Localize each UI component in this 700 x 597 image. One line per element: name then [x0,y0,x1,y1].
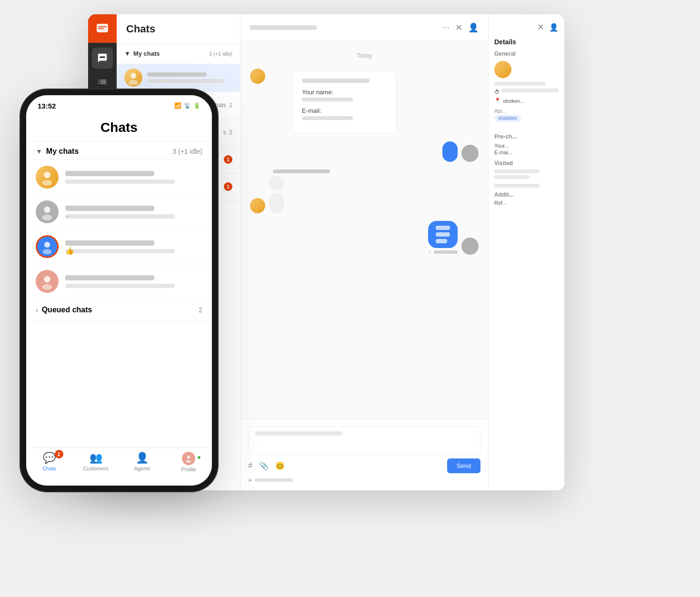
chats-tab-label: Chats [42,466,56,471]
close-details-icon[interactable]: ✕ [537,22,544,32]
svg-point-7 [44,242,50,248]
phone-chat-item-3[interactable]: 👍 [26,229,212,264]
general-label: General [494,50,559,57]
typing-icon: ··· [65,213,70,220]
phone-chat-name-2 [65,206,154,211]
phone-tab-agents[interactable]: 👤 Agents [119,452,166,471]
msg-customer-1 [250,176,479,213]
phone-avatar-1 [36,166,59,189]
extra-count-2: s 2 [223,129,232,136]
details-row-2: 📍 oboken... [494,98,559,104]
svg-point-6 [42,215,52,220]
phone-chat-item-4[interactable] [26,264,212,299]
customers-tab-label: Customers [83,466,109,471]
phone-section-left: ▼ My chats [36,147,79,156]
phone-chat-item-1[interactable] [26,160,212,195]
pre-chat-label: Pre-ch... [494,133,559,140]
signal-icon: 📶 [174,102,181,109]
phone-chat-name-1 [65,171,154,176]
add-action-bar: + [248,476,480,484]
preview-bar-2 [73,214,150,219]
msg-read-status: ✓ [428,249,458,255]
preview-bar-3 [77,249,154,253]
svg-point-1 [130,73,136,79]
chat-list-item-1[interactable] [117,64,240,92]
add-icon[interactable]: + [248,476,252,484]
phone-avatar-2 [36,200,59,223]
chat-input-placeholder [255,431,342,436]
phone-queued-title: Queued chats [42,306,92,314]
thumb-icon: 👍 [65,247,74,255]
extra-count-1: hats 1 [215,102,232,109]
more-options-icon[interactable]: ··· [442,22,450,33]
tag-badge [494,115,521,122]
phone-chat-name-3 [65,240,154,246]
agents-tab-icon: 👤 [136,452,149,464]
msg-customer-avatar [250,198,265,213]
details-avatar [494,61,511,78]
form-email-label: E-mail: [302,107,387,114]
attachment-icon[interactable]: 📎 [259,461,269,470]
details-title: Details [494,38,559,46]
svg-point-4 [42,180,52,186]
my-chats-header: ▼ My chats 3 (+1 idle) [124,50,232,57]
phone-chat-info-2: ··· [65,206,202,219]
send-button[interactable]: Send [447,458,480,473]
phone-chevron-right: › [36,306,38,314]
hashtag-icon[interactable]: # [248,461,252,470]
agents-tab-label: Agents [134,466,150,471]
phone-chevron-down: ▼ [36,148,42,155]
phone-my-chats-header[interactable]: ▼ My chats 3 (+1 idle) [26,141,212,160]
chat-info-1 [147,72,232,83]
phone-queued-header[interactable]: › Queued chats 2 [26,299,212,321]
chat-tools-left: # 📎 😊 [248,461,285,470]
phone-header: Chats [26,116,212,141]
wifi-icon: 📡 [184,102,191,109]
my-chats-label: My chats [133,50,160,57]
profile-online-dot [197,455,201,460]
form-message-row: Your name: E-mail: [250,69,479,134]
phone-tab-customers[interactable]: 👥 Customers [73,452,120,471]
additional-section: Addit... Ref... [494,191,559,206]
form-header-line [302,79,370,83]
visit-line-2 [494,175,530,179]
phone-queued-count: 2 [199,306,202,314]
close-chat-icon[interactable]: ✕ [455,22,462,33]
sidebar-title: Chats [126,23,155,35]
svg-point-2 [129,80,138,85]
collapse-icon[interactable]: ▼ [124,50,130,57]
read-checkmark: ✓ [428,249,432,255]
clock-icon: ⏱ [494,89,500,95]
phone-tab-profile[interactable]: Profile [166,452,212,472]
profile-icon[interactable]: 👤 [468,22,479,33]
phone-queued-left: › Queued chats [36,306,92,314]
visited-section: Visited [494,160,559,188]
nav-list-icon[interactable] [92,71,113,92]
tag-value [498,117,517,120]
visit-line-3 [494,184,540,188]
phone-avatar-4 [36,270,59,293]
details-general-section: General ⏱ 📍 oboken... #tpl... [494,50,559,128]
msg-sender-name [273,169,330,173]
pre-chat-email-label: E-mai... [494,149,559,155]
tag-label: #tpl... [494,109,559,114]
status-icons: 📶 📡 🔋 [174,102,200,109]
form-name-value [302,98,353,101]
my-chats-title-row: ▼ My chats [124,50,160,57]
msg-agent-1 [250,141,479,162]
chat-main: ··· ✕ 👤 Today Your name: E-mail: [240,14,488,490]
location-icon: 📍 [494,98,501,104]
msg-bubble-right-1 [442,141,458,162]
svg-point-10 [42,284,52,290]
phone-tab-chats[interactable]: 2 💬 Chats [26,452,73,471]
msg-agent-line-2 [436,232,450,237]
phone-chat-item-2[interactable]: ··· [26,195,212,229]
sidebar-header: Chats [117,14,240,44]
emoji-icon[interactable]: 😊 [275,461,285,470]
pre-chat-name-label: Your... [494,143,559,149]
msg-bubble-right-2 [428,221,458,248]
nav-chat-icon[interactable] [92,48,113,69]
phone-chat-info-3: 👍 [65,240,202,253]
chat-avatar-1 [124,69,142,87]
msg-agent-2: ✓ [250,221,479,255]
